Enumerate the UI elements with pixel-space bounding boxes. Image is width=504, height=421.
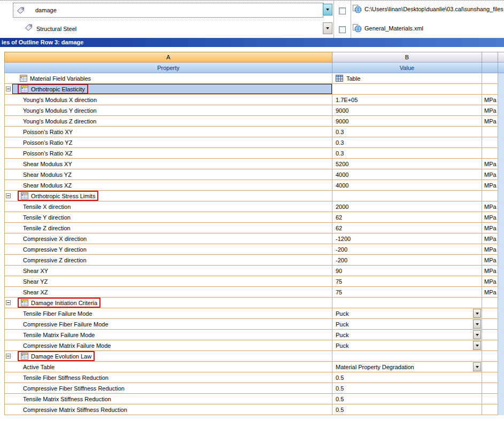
property-cell[interactable]: Young's Modulus Y direction <box>4 105 332 116</box>
property-cell[interactable]: Compressive Matrix Failure Mode <box>4 340 332 351</box>
property-row[interactable]: Young's Modulus Y direction9000MPa <box>4 105 504 116</box>
value-cell[interactable]: 0.5 <box>332 394 482 404</box>
damage-checkbox[interactable] <box>339 7 346 14</box>
property-row[interactable]: Shear Modulus XY5200MPa <box>4 159 504 169</box>
property-row[interactable]: Tensile X direction2000MPa <box>4 201 504 212</box>
value-cell[interactable]: -200 <box>332 244 482 255</box>
property-cell[interactable]: Shear XY <box>4 266 332 276</box>
value-cell[interactable]: 62 <box>332 212 482 223</box>
property-row[interactable]: Compressive Matrix Stiffness Reduction0.… <box>4 404 504 415</box>
property-cell[interactable]: Active Table <box>4 362 332 372</box>
value-cell[interactable]: 2000 <box>332 201 482 212</box>
property-cell[interactable]: Material Field Variables <box>4 73 332 84</box>
property-cell[interactable]: Tensile Y direction <box>4 212 332 223</box>
dropdown-button[interactable] <box>473 330 481 339</box>
property-row[interactable]: Material Field VariablesTable <box>4 73 504 84</box>
value-cell[interactable] <box>332 351 482 362</box>
value-cell[interactable]: 0.3 <box>332 137 482 148</box>
property-cell[interactable]: Tensile Fiber Stiffness Reduction <box>4 372 332 383</box>
property-row[interactable]: Shear XY90MPa <box>4 266 504 276</box>
value-cell[interactable]: 75 <box>332 276 482 287</box>
property-row[interactable]: Compressive Y direction-200MPa <box>4 244 504 255</box>
property-row[interactable]: Active TableMaterial Property Degradatio… <box>4 362 504 372</box>
collapse-minus-icon[interactable] <box>6 193 11 198</box>
column-header-a[interactable]: A <box>4 52 332 63</box>
property-cell[interactable]: Compressive Z direction <box>4 255 332 266</box>
property-cell[interactable]: Tensile Z direction <box>4 223 332 233</box>
value-cell[interactable]: 0.3 <box>332 148 482 159</box>
value-cell[interactable] <box>332 298 482 308</box>
category-row[interactable]: Orthotropic Stress Limits <box>4 191 504 201</box>
property-row[interactable]: Poisson's Ratio XY0.3 <box>4 127 504 137</box>
property-cell[interactable]: Poisson's Ratio YZ <box>4 137 332 148</box>
category-row[interactable]: Orthotropic Elasticity <box>4 84 504 95</box>
value-cell[interactable]: 1.7E+05 <box>332 95 482 105</box>
property-row[interactable]: Compressive Matrix Failure ModePuck <box>4 340 504 351</box>
property-cell[interactable]: Damage Evolution Law <box>4 351 332 362</box>
property-row[interactable]: Tensile Z direction62MPa <box>4 223 504 233</box>
property-cell[interactable]: Tensile Matrix Stiffness Reduction <box>4 394 332 404</box>
value-cell[interactable] <box>332 191 482 201</box>
value-cell[interactable]: Puck <box>332 340 482 351</box>
property-row[interactable]: Shear Modulus XZ4000MPa <box>4 180 504 191</box>
property-cell[interactable]: Shear XZ <box>4 287 332 298</box>
property-cell[interactable]: Young's Modulus Z direction <box>4 116 332 127</box>
value-cell[interactable]: 5200 <box>332 159 482 169</box>
property-cell[interactable]: Poisson's Ratio XZ <box>4 148 332 159</box>
structural-steel-dropdown-button[interactable] <box>323 22 332 34</box>
property-cell[interactable]: Compressive Fiber Stiffness Reduction <box>4 383 332 394</box>
value-cell[interactable]: Puck <box>332 330 482 340</box>
outline-cell-damage[interactable]: damage <box>13 3 323 18</box>
column-header-b[interactable]: B <box>332 52 482 63</box>
value-cell[interactable]: Puck <box>332 308 482 319</box>
property-row[interactable]: Poisson's Ratio YZ0.3 <box>4 137 504 148</box>
collapse-minus-icon[interactable] <box>6 300 11 305</box>
property-cell[interactable]: Damage Initiation Criteria <box>4 298 332 308</box>
damage-dropdown-button[interactable] <box>323 4 332 15</box>
property-cell[interactable]: Compressive Fiber Failure Mode <box>4 319 332 330</box>
property-row[interactable]: Compressive Fiber Stiffness Reduction0.5 <box>4 383 504 394</box>
dropdown-button[interactable] <box>473 341 481 350</box>
collapse-minus-icon[interactable] <box>6 354 11 358</box>
value-cell[interactable]: 4000 <box>332 169 482 180</box>
property-cell[interactable]: Shear Modulus XZ <box>4 180 332 191</box>
property-cell[interactable]: Tensile Matrix Failure Mode <box>4 330 332 340</box>
value-cell[interactable]: 75 <box>332 287 482 298</box>
property-row[interactable]: Tensile Matrix Stiffness Reduction0.5 <box>4 394 504 404</box>
property-cell[interactable]: Poisson's Ratio XY <box>4 127 332 137</box>
property-cell[interactable]: Shear Modulus XY <box>4 159 332 169</box>
value-cell[interactable]: 9000 <box>332 116 482 127</box>
property-cell[interactable]: Orthotropic Stress Limits <box>4 191 332 201</box>
property-cell[interactable]: Compressive Y direction <box>4 244 332 255</box>
property-row[interactable]: Young's Modulus Z direction9000MPa <box>4 116 504 127</box>
property-row[interactable]: Compressive Fiber Failure ModePuck <box>4 319 504 330</box>
value-cell[interactable]: Puck <box>332 319 482 330</box>
value-cell[interactable]: Table <box>332 73 482 84</box>
dropdown-button[interactable] <box>473 362 481 371</box>
category-row[interactable]: Damage Evolution Law <box>4 351 504 362</box>
dropdown-button[interactable] <box>473 319 481 329</box>
category-row[interactable]: Damage Initiation Criteria <box>4 298 504 308</box>
property-cell[interactable]: Orthotropic Elasticity <box>4 84 332 95</box>
value-cell[interactable]: Material Property Degradation <box>332 362 482 372</box>
value-cell[interactable]: 4000 <box>332 180 482 191</box>
collapse-minus-icon[interactable] <box>6 87 11 91</box>
property-row[interactable]: Tensile Fiber Failure ModePuck <box>4 308 504 319</box>
property-cell[interactable]: Compressive Matrix Stiffness Reduction <box>4 404 332 415</box>
property-cell[interactable]: Tensile Fiber Failure Mode <box>4 308 332 319</box>
value-cell[interactable]: 62 <box>332 223 482 233</box>
value-cell[interactable]: 0.5 <box>332 383 482 394</box>
property-cell[interactable]: Young's Modulus X direction <box>4 95 332 105</box>
value-cell[interactable]: 90 <box>332 266 482 276</box>
property-row[interactable]: Shear Modulus YZ4000MPa <box>4 169 504 180</box>
property-row[interactable]: Compressive X direction-1200MPa <box>4 233 504 244</box>
property-row[interactable]: Shear YZ75MPa <box>4 276 504 287</box>
property-cell[interactable]: Tensile X direction <box>4 201 332 212</box>
property-row[interactable]: Young's Modulus X direction1.7E+05MPa <box>4 95 504 105</box>
property-row[interactable]: Tensile Fiber Stiffness Reduction0.5 <box>4 372 504 383</box>
value-cell[interactable]: 0.5 <box>332 404 482 415</box>
value-cell[interactable]: 0.3 <box>332 127 482 137</box>
property-cell[interactable]: Shear YZ <box>4 276 332 287</box>
property-row[interactable]: Compressive Z direction-200MPa <box>4 255 504 266</box>
value-cell[interactable]: -1200 <box>332 233 482 244</box>
